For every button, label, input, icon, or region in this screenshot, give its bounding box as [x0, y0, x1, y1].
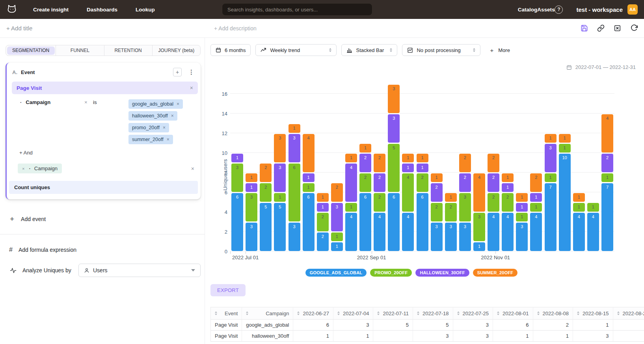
- bar-segment[interactable]: 2: [317, 213, 329, 231]
- table-column-header[interactable]: Event: [211, 307, 242, 320]
- sort-icon[interactable]: [246, 311, 248, 315]
- bar-segment[interactable]: 6: [417, 193, 428, 251]
- bar-segment[interactable]: 4: [374, 213, 385, 251]
- remove-value-icon[interactable]: ×: [163, 125, 166, 130]
- date-preset-button[interactable]: 6 months: [210, 44, 251, 56]
- legend-pill[interactable]: PROMO_20OFF: [370, 269, 412, 277]
- bar-segment[interactable]: 3: [274, 134, 286, 162]
- bar-segment[interactable]: 4: [502, 213, 514, 251]
- bar-segment[interactable]: 6: [303, 193, 315, 251]
- add-event-button[interactable]: + Add event: [10, 215, 205, 223]
- bar-segment[interactable]: 2: [488, 193, 499, 212]
- bar-segment[interactable]: 2: [488, 154, 499, 172]
- add-title-field[interactable]: + Add title: [6, 25, 32, 32]
- nav-item-assets[interactable]: Assets: [537, 7, 555, 13]
- bar-segment[interactable]: 2: [417, 173, 428, 192]
- table-column-header[interactable]: 2022-06-27: [293, 307, 333, 320]
- bar-segment[interactable]: 3: [459, 193, 471, 221]
- filter-value-chip[interactable]: google_ads_global ×: [128, 99, 183, 109]
- event-menu-button[interactable]: ⋮: [188, 69, 194, 76]
- filter-operator[interactable]: is: [93, 99, 109, 105]
- bar-segment[interactable]: 3: [274, 164, 286, 192]
- bar-segment[interactable]: 3: [231, 164, 243, 192]
- bar-segment[interactable]: 1: [516, 203, 528, 212]
- bar-segment[interactable]: 1: [587, 203, 599, 212]
- bar-segment[interactable]: 1: [246, 183, 257, 192]
- save-icon[interactable]: [581, 24, 588, 32]
- tab-funnel[interactable]: FUNNEL: [56, 45, 104, 56]
- bar-segment[interactable]: 1: [473, 242, 485, 251]
- remove-filter-icon[interactable]: ×: [84, 99, 93, 105]
- bar-segment[interactable]: 3: [246, 193, 257, 221]
- bar-segment[interactable]: 1: [502, 183, 514, 192]
- bar-segment[interactable]: 4: [530, 213, 542, 251]
- bar-segment[interactable]: 1: [431, 173, 443, 182]
- bar-segment[interactable]: 4: [573, 213, 585, 251]
- nav-item-catalog[interactable]: Catalog: [518, 7, 538, 13]
- bar-segment[interactable]: 4: [345, 213, 357, 251]
- bar-segment[interactable]: 3: [545, 144, 557, 172]
- add-formula-button[interactable]: # Add formula expression: [9, 246, 205, 253]
- bar-segment[interactable]: 2: [459, 173, 471, 192]
- bar-segment[interactable]: 1: [445, 193, 457, 202]
- table-column-header[interactable]: 2022-07-11: [373, 307, 413, 320]
- chart-type-select[interactable]: Stacked Bar: [341, 44, 397, 56]
- bar-segment[interactable]: 2: [317, 232, 329, 251]
- filter-value-chip[interactable]: promo_20off ×: [128, 123, 169, 132]
- bar-segment[interactable]: 3: [288, 223, 300, 251]
- bar-segment[interactable]: 3: [473, 213, 485, 241]
- bar-segment[interactable]: 1: [545, 173, 557, 182]
- sort-icon[interactable]: [337, 311, 340, 315]
- app-logo-cat-icon[interactable]: [6, 4, 18, 15]
- tab-retention[interactable]: RETENTION: [104, 45, 152, 56]
- bar-segment[interactable]: 1: [530, 193, 542, 202]
- bar-segment[interactable]: 2: [445, 203, 457, 221]
- add-filter-button[interactable]: +: [173, 68, 182, 76]
- more-button[interactable]: + More: [490, 47, 510, 54]
- bar-segment[interactable]: 2: [374, 193, 385, 212]
- legend-pill[interactable]: SUMMER_20OFF: [473, 269, 518, 277]
- bar-segment[interactable]: 5: [274, 203, 286, 251]
- bar-segment[interactable]: 1: [601, 173, 613, 182]
- sort-icon[interactable]: [377, 311, 380, 315]
- bar-segment[interactable]: 3: [288, 134, 300, 162]
- bar-segment[interactable]: 2: [431, 203, 443, 221]
- add-description-field[interactable]: + Add description: [214, 25, 257, 32]
- bar-segment[interactable]: 1: [502, 173, 514, 182]
- bar-segment[interactable]: 1: [359, 144, 371, 152]
- bar-segment[interactable]: 3: [331, 203, 343, 231]
- chart-date-range[interactable]: 2022-07-01 — 2022-12-31: [210, 64, 636, 70]
- bar-segment[interactable]: 1: [303, 183, 315, 192]
- bar-segment[interactable]: 6: [359, 193, 371, 251]
- bar-segment[interactable]: 2: [431, 183, 443, 202]
- sort-icon[interactable]: [297, 311, 300, 315]
- trend-select[interactable]: Weekly trend: [255, 44, 337, 56]
- analyze-by-select[interactable]: Users: [78, 264, 201, 277]
- bar-segment[interactable]: 2: [260, 164, 272, 182]
- bar-segment[interactable]: 4: [402, 213, 414, 251]
- bar-segment[interactable]: 1: [545, 134, 557, 143]
- filter-property[interactable]: Campaign: [20, 99, 84, 105]
- tab-segmentation[interactable]: SEGMENTATION: [7, 46, 55, 55]
- table-column-header[interactable]: Campaign: [242, 307, 293, 320]
- bar-segment[interactable]: 2: [488, 173, 499, 192]
- bar-segment[interactable]: 4: [473, 173, 485, 212]
- refresh-icon[interactable]: [630, 24, 638, 32]
- bar-segment[interactable]: 1: [317, 203, 329, 212]
- bar-segment[interactable]: 1: [417, 154, 428, 162]
- bar-segment[interactable]: 1: [345, 203, 357, 212]
- bar-segment[interactable]: 1: [516, 213, 528, 221]
- bar-segment[interactable]: 3: [388, 114, 400, 143]
- nav-item-dashboards[interactable]: Dashboards: [87, 7, 117, 13]
- bar-segment[interactable]: 1: [573, 203, 585, 212]
- bar-segment[interactable]: 2: [530, 173, 542, 192]
- bar-segment[interactable]: 3: [445, 223, 457, 251]
- table-column-header[interactable]: 2022-07-04: [333, 307, 373, 320]
- remove-event-icon[interactable]: ×: [190, 85, 193, 91]
- bar-segment[interactable]: 1: [516, 193, 528, 202]
- bar-segment[interactable]: 1: [274, 193, 286, 202]
- legend-pill[interactable]: GOOGLE_ADS_GLOBAL: [305, 269, 367, 277]
- event-selector[interactable]: Page Visit ×: [12, 82, 198, 94]
- table-column-header[interactable]: 2022-08-08: [533, 307, 573, 320]
- add-and-condition-button[interactable]: + And: [7, 145, 201, 160]
